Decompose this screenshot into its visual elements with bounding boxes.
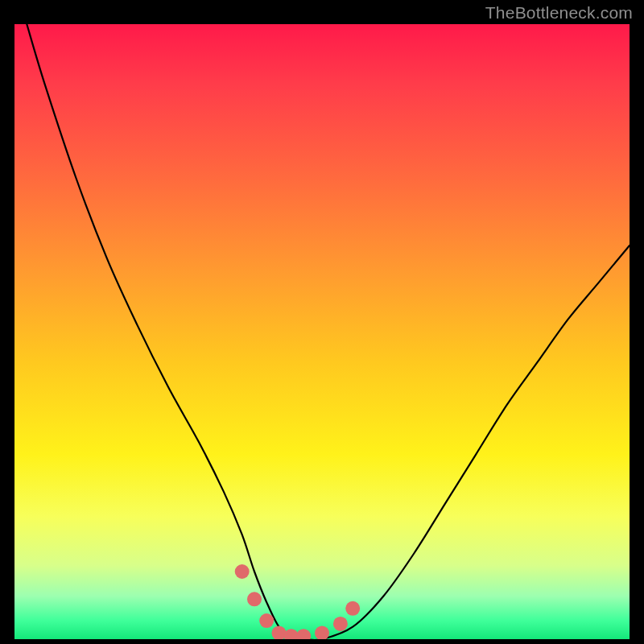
optimal-range-markers <box>235 564 361 639</box>
bottleneck-curve <box>27 24 630 639</box>
chart-svg <box>14 24 630 639</box>
optimal-marker <box>272 625 287 639</box>
optimal-marker <box>247 592 262 606</box>
optimal-marker <box>315 625 329 639</box>
optimal-marker <box>259 613 274 628</box>
chart-plot-area <box>14 24 630 639</box>
optimal-marker <box>345 601 360 616</box>
optimal-marker <box>333 617 348 631</box>
optimal-marker <box>284 629 299 639</box>
watermark-text: TheBottleneck.com <box>485 3 633 23</box>
optimal-marker <box>235 564 250 579</box>
optimal-marker <box>296 629 311 639</box>
